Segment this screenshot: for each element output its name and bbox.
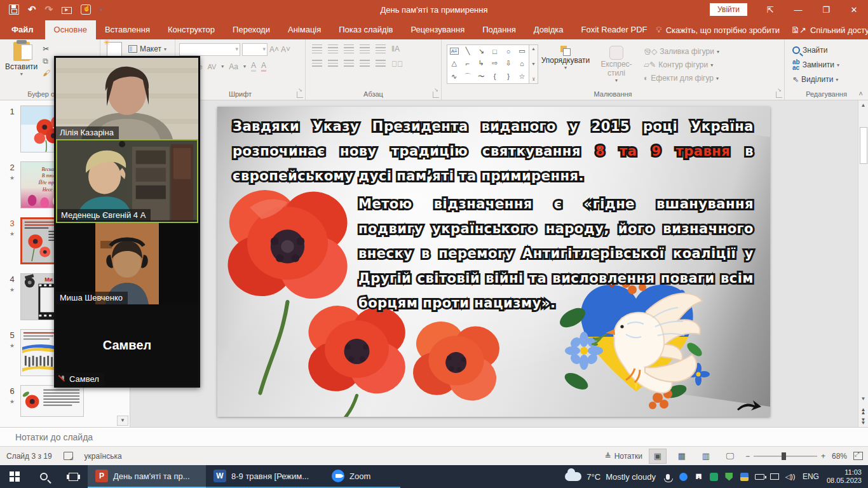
- character-spacing-icon[interactable]: AV: [207, 63, 216, 71]
- font-size-combo[interactable]: [242, 43, 268, 56]
- notes-toggle-button[interactable]: ≜ Нотатки: [605, 452, 642, 461]
- normal-view-button[interactable]: ▣: [649, 449, 667, 464]
- zoom-meeting-window[interactable]: Лілія Казаріна Меденець Євгеній 4 А: [54, 56, 200, 388]
- thumbnail-slide-6[interactable]: 6 ★: [4, 385, 130, 417]
- microphone-tray-icon[interactable]: [663, 472, 673, 482]
- font-color-icon[interactable]: A: [261, 61, 266, 72]
- grow-font-icon[interactable]: A˄: [269, 45, 279, 54]
- find-button[interactable]: Знайти: [792, 46, 868, 55]
- sign-in-button[interactable]: Увійти: [710, 3, 747, 16]
- volume-tray-icon[interactable]: ◁)): [785, 472, 795, 482]
- tab-home[interactable]: Основне: [45, 20, 96, 39]
- left-brace-shape-icon[interactable]: {: [494, 72, 496, 80]
- paragraph-dialog-launcher[interactable]: [433, 92, 439, 98]
- arrange-button[interactable]: Упорядкувати ▾: [538, 46, 593, 84]
- format-painter-icon[interactable]: 🖌︎: [43, 69, 50, 78]
- text-direction-icon[interactable]: ‖A: [391, 44, 400, 53]
- slide-6-preview[interactable]: [20, 385, 84, 417]
- tab-file[interactable]: Файл: [0, 20, 45, 39]
- align-center-icon[interactable]: [328, 60, 338, 69]
- tell-me-box[interactable]: 💡︎ Скажіть, що потрібно зробити: [656, 25, 780, 35]
- tab-design[interactable]: Конструктор: [159, 20, 224, 39]
- taskbar-app-powerpoint[interactable]: P День пам'яті та пр...: [88, 465, 206, 488]
- zoom-percentage[interactable]: 68%: [832, 452, 847, 461]
- participant-tile-2-active-speaker[interactable]: Меденець Євгеній 4 А: [56, 139, 198, 223]
- align-left-icon[interactable]: [312, 60, 322, 69]
- taskbar-clock[interactable]: 11:03 08.05.2023: [827, 468, 862, 485]
- zoom-out-icon[interactable]: −: [745, 452, 750, 461]
- right-brace-shape-icon[interactable]: }: [507, 72, 510, 80]
- oval-shape-icon[interactable]: ○: [506, 48, 511, 55]
- star-shape-icon[interactable]: ☆: [519, 72, 525, 81]
- start-button[interactable]: [0, 465, 29, 488]
- zoom-slider-thumb[interactable]: [782, 452, 786, 460]
- next-slide-arrow-icon[interactable]: [736, 398, 761, 413]
- scroll-down-icon[interactable]: ▼: [859, 394, 868, 404]
- change-case-icon[interactable]: Aa: [229, 62, 238, 71]
- shrink-font-icon[interactable]: A˅: [281, 45, 290, 54]
- curve-shape-icon[interactable]: 〜: [478, 72, 485, 81]
- shape-fill-button[interactable]: 🪣︎◇ Заливка фігури▾: [644, 47, 719, 56]
- line-shape-icon[interactable]: ╲: [466, 47, 470, 55]
- participant-tile-3[interactable]: Миша Шевченко: [56, 223, 198, 304]
- zoom-slider[interactable]: − +: [745, 452, 825, 461]
- align-right-icon[interactable]: [344, 60, 354, 69]
- copy-icon[interactable]: ⧉: [43, 57, 50, 65]
- network-tray-icon[interactable]: [770, 472, 780, 482]
- right-arrow-shape-icon[interactable]: ⇨: [492, 59, 498, 67]
- arrow-shape-icon[interactable]: ↘: [478, 47, 484, 55]
- elbow-arrow-shape-icon[interactable]: ↳: [478, 59, 484, 67]
- participant-tile-4-camera-off[interactable]: Самвел Самвел: [56, 304, 198, 386]
- replace-button[interactable]: abac Замінити ▾: [792, 59, 868, 71]
- undo-icon[interactable]: ↶: [28, 4, 36, 15]
- share-button[interactable]: 🖻↗ Спільний доступ: [791, 25, 868, 35]
- cut-icon[interactable]: ✂: [43, 44, 50, 53]
- ribbon-display-options-icon[interactable]: ⇱: [756, 0, 784, 19]
- defender-tray-icon[interactable]: [724, 472, 734, 482]
- slide-paragraph-1[interactable]: Завдяки Указу Президента виданого у 2015…: [233, 114, 754, 189]
- decrease-indent-icon[interactable]: [344, 44, 354, 53]
- keyboard-language-button[interactable]: ENG: [803, 472, 819, 481]
- customize-qat-icon[interactable]: ▾: [100, 7, 102, 13]
- tab-transitions[interactable]: Переходи: [224, 20, 279, 39]
- reading-view-button[interactable]: ▥: [697, 449, 715, 464]
- slideshow-view-button[interactable]: 🖵: [721, 449, 739, 464]
- down-arrow-shape-icon[interactable]: ⇩: [505, 59, 511, 67]
- tab-help[interactable]: Довідка: [525, 20, 573, 39]
- line-spacing-icon[interactable]: [376, 44, 386, 53]
- shapes-gallery-scrollbar[interactable]: ▲▼⊻: [529, 44, 538, 84]
- rounded-rect-shape-icon[interactable]: ▭: [519, 47, 525, 55]
- scribble-shape-icon[interactable]: ∿: [451, 72, 457, 81]
- quick-styles-button[interactable]: Експрес-стилі ▾: [593, 46, 640, 84]
- font-dialog-launcher[interactable]: [297, 92, 303, 98]
- tab-animations[interactable]: Анімація: [279, 20, 330, 39]
- shape-effects-button[interactable]: ◐ Ефекти для фігур▾: [644, 74, 719, 83]
- battery-tray-icon[interactable]: [755, 472, 764, 482]
- layout-button[interactable]: Макет ▾: [128, 44, 166, 53]
- elbow-shape-icon[interactable]: ⌐: [466, 60, 470, 67]
- notes-placeholder[interactable]: Нотатки до слайда: [0, 432, 93, 442]
- triangle-shape-icon[interactable]: △: [451, 59, 456, 67]
- notes-pane[interactable]: Нотатки до слайда: [0, 427, 868, 446]
- drawing-dialog-launcher[interactable]: [776, 92, 782, 98]
- zoom-tray-icon[interactable]: [679, 472, 688, 482]
- redo-icon[interactable]: ↷: [45, 4, 53, 15]
- scrollbar-thumb[interactable]: [860, 127, 867, 164]
- taskbar-app-zoom[interactable]: Zoom: [324, 465, 400, 488]
- slide-paragraph-2[interactable]: Метою відзначення є «гідне вшанування по…: [358, 192, 754, 316]
- minimize-button[interactable]: —: [784, 0, 812, 19]
- tab-slideshow[interactable]: Показ слайдів: [330, 20, 402, 39]
- tab-insert[interactable]: Вставлення: [96, 20, 159, 39]
- fit-slide-to-window-icon[interactable]: [853, 452, 863, 460]
- paste-button[interactable]: Вставити ▾: [5, 42, 37, 78]
- app-tray-icon[interactable]: [740, 472, 749, 482]
- select-button[interactable]: ⇖ Виділити ▾: [792, 75, 868, 84]
- scroll-up-icon[interactable]: ▲: [859, 100, 868, 111]
- tab-review[interactable]: Рецензування: [402, 20, 473, 39]
- taskbar-app-word[interactable]: W 8-9 травня [Режим...: [206, 465, 324, 488]
- previous-slide-button[interactable]: ▲▲: [861, 408, 866, 414]
- textbox-shape-icon[interactable]: A≡: [450, 48, 459, 55]
- current-slide[interactable]: Завдяки Указу Президента виданого у 2015…: [217, 107, 770, 417]
- thumbnail-scroll-down-button[interactable]: ▼: [117, 416, 128, 426]
- touch-mode-icon[interactable]: [81, 4, 91, 15]
